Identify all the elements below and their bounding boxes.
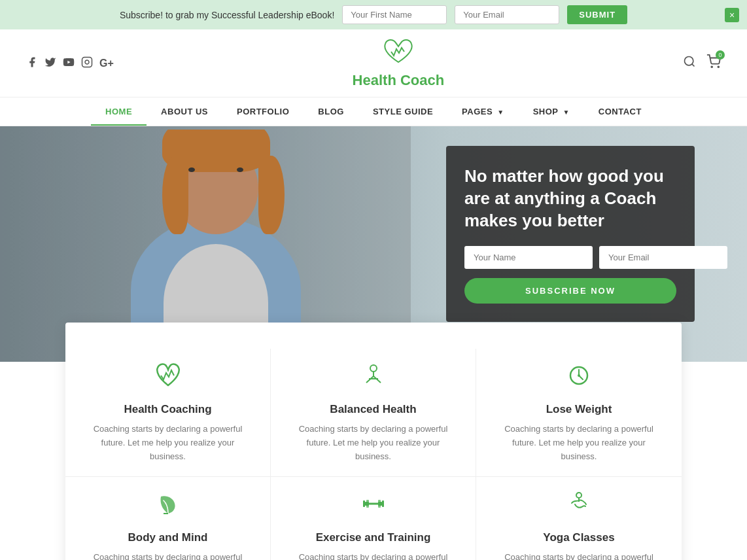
svg-point-3 bbox=[684, 57, 693, 65]
nav-item-contact[interactable]: CONTACT bbox=[584, 97, 656, 126]
banner-email-input[interactable] bbox=[455, 5, 559, 24]
yoga-icon bbox=[496, 490, 662, 523]
service-desc-body-mind: Coaching starts by declaring a powerful … bbox=[85, 551, 251, 560]
shop-dropdown-arrow: ▼ bbox=[563, 109, 569, 116]
service-desc-health-coaching: Coaching starts by declaring a powerful … bbox=[85, 423, 251, 463]
heartbeat-icon bbox=[85, 362, 251, 395]
header: G+ Health Coach 0 bbox=[0, 29, 747, 97]
service-item-lose-weight: Lose Weight Coaching starts by declaring… bbox=[476, 349, 682, 476]
youtube-icon[interactable] bbox=[63, 56, 75, 71]
logo-icon bbox=[353, 37, 445, 72]
service-title-exercise: Exercise and Training bbox=[290, 531, 456, 544]
top-banner: Subscribe! to grab my Successful Leaders… bbox=[0, 0, 747, 29]
svg-line-4 bbox=[692, 64, 695, 67]
hero-email-input[interactable] bbox=[599, 246, 727, 269]
person-hair-left bbox=[162, 156, 188, 234]
hero-card: No matter how good you are at anything a… bbox=[446, 146, 695, 322]
facebook-icon[interactable] bbox=[26, 56, 38, 71]
svg-point-6 bbox=[718, 66, 719, 67]
main-nav: HOME ABOUT US PORTFOLIO BLOG STYLE GUIDE… bbox=[0, 97, 747, 126]
svg-rect-16 bbox=[363, 500, 365, 507]
svg-point-13 bbox=[578, 374, 580, 377]
logo-text: Health Coach bbox=[353, 72, 445, 89]
service-title-balanced-health: Balanced Health bbox=[290, 403, 456, 416]
twitter-icon[interactable] bbox=[44, 56, 56, 71]
nav-item-about[interactable]: ABOUT US bbox=[147, 97, 222, 126]
service-item-yoga: Yoga Classes Coaching starts by declarin… bbox=[476, 476, 682, 560]
dumbbell-icon bbox=[290, 490, 456, 523]
svg-rect-21 bbox=[378, 500, 381, 508]
svg-point-22 bbox=[576, 493, 582, 498]
service-title-body-mind: Body and Mind bbox=[85, 531, 251, 544]
service-item-exercise: Exercise and Training Coaching starts by… bbox=[271, 476, 476, 560]
nav-item-styleguide[interactable]: STYLE GUIDE bbox=[358, 97, 447, 126]
hero-title: No matter how good you are at anything a… bbox=[464, 166, 676, 232]
banner-firstname-input[interactable] bbox=[342, 5, 447, 24]
google-plus-icon[interactable]: G+ bbox=[99, 58, 114, 69]
svg-point-7 bbox=[370, 365, 377, 372]
social-icons: G+ bbox=[26, 56, 114, 71]
person-eye-left bbox=[188, 167, 195, 172]
svg-rect-1 bbox=[82, 57, 92, 67]
service-desc-exercise: Coaching starts by declaring a powerful … bbox=[290, 551, 456, 560]
service-item-health-coaching: Health Coaching Coaching starts by decla… bbox=[65, 349, 271, 476]
service-item-balanced-health: Balanced Health Coaching starts by decla… bbox=[271, 349, 476, 476]
svg-rect-18 bbox=[382, 500, 384, 507]
nav-item-shop[interactable]: SHOP ▼ bbox=[519, 97, 584, 126]
logo-area: Health Coach bbox=[353, 37, 445, 89]
cart-icon[interactable]: 0 bbox=[706, 54, 721, 72]
search-icon[interactable] bbox=[683, 55, 696, 71]
banner-text: Subscribe! to grab my Successful Leaders… bbox=[120, 10, 334, 20]
hero-form bbox=[464, 246, 676, 269]
subscribe-button[interactable]: SUBSCRIBE NOW bbox=[464, 278, 676, 304]
service-desc-balanced-health: Coaching starts by declaring a powerful … bbox=[290, 423, 456, 463]
nav-item-portfolio[interactable]: PORTFOLIO bbox=[222, 97, 304, 126]
hero-name-input[interactable] bbox=[464, 246, 593, 269]
pages-dropdown-arrow: ▼ bbox=[497, 109, 504, 116]
service-item-body-mind: Body and Mind Coaching starts by declari… bbox=[65, 476, 271, 560]
leaf-icon bbox=[85, 490, 251, 523]
svg-point-5 bbox=[711, 66, 712, 67]
cart-badge: 0 bbox=[716, 50, 725, 60]
header-actions: 0 bbox=[683, 54, 721, 72]
instagram-icon[interactable] bbox=[81, 56, 93, 71]
service-title-yoga: Yoga Classes bbox=[496, 531, 662, 544]
nav-item-blog[interactable]: BLOG bbox=[304, 97, 358, 126]
svg-rect-20 bbox=[366, 500, 369, 508]
weight-icon bbox=[496, 362, 662, 395]
service-desc-lose-weight: Coaching starts by declaring a powerful … bbox=[496, 423, 662, 463]
banner-close-button[interactable]: × bbox=[725, 8, 739, 22]
service-desc-yoga: Coaching starts by declaring a powerful … bbox=[496, 551, 662, 560]
nav-item-home[interactable]: HOME bbox=[91, 97, 147, 126]
services-section: Health Coaching Coaching starts by decla… bbox=[65, 323, 682, 560]
services-grid: Health Coaching Coaching starts by decla… bbox=[65, 349, 682, 560]
person-hair-right bbox=[258, 156, 285, 234]
person-eye-right bbox=[237, 167, 243, 172]
nav-item-pages[interactable]: PAGES ▼ bbox=[447, 97, 519, 126]
service-title-health-coaching: Health Coaching bbox=[85, 403, 251, 416]
service-title-lose-weight: Lose Weight bbox=[496, 403, 662, 416]
balanced-icon bbox=[290, 362, 456, 395]
banner-submit-button[interactable]: SUBMIT bbox=[567, 5, 627, 24]
